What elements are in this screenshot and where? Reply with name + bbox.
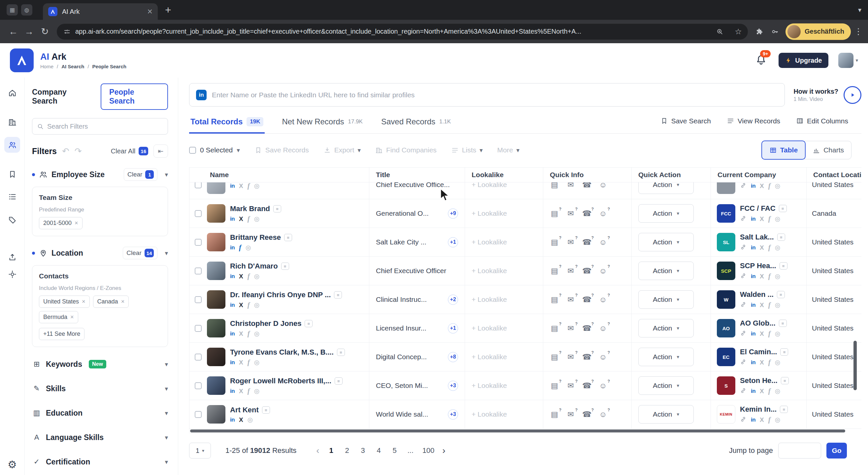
link-icon[interactable]: [740, 301, 747, 309]
person-name[interactable]: Tyrone Evans Clark, M.S., B....: [230, 348, 334, 356]
person-name[interactable]: Mark Brand: [230, 204, 270, 213]
x-icon[interactable]: X: [239, 388, 243, 394]
in-icon[interactable]: in: [751, 274, 755, 279]
link-icon[interactable]: [740, 215, 747, 223]
filter-chip[interactable]: 2001-5000×: [39, 217, 83, 229]
ig-icon[interactable]: ◎: [775, 273, 780, 279]
x-icon[interactable]: X: [760, 359, 764, 366]
f-icon[interactable]: f: [248, 302, 250, 309]
lookalike-button[interactable]: + Lookalike: [472, 238, 507, 246]
ig-icon[interactable]: ◎: [254, 330, 260, 337]
jump-to-page-input[interactable]: [778, 443, 821, 458]
clear-employee-size-button[interactable]: Clear 1: [124, 168, 157, 181]
action-button[interactable]: Action▾: [638, 348, 694, 366]
ig-icon[interactable]: ◎: [254, 388, 260, 394]
f-icon[interactable]: f: [768, 215, 771, 222]
save-search-button[interactable]: Save Search: [660, 117, 711, 131]
filter-section-language-skills[interactable]: ALanguage Skills▾: [32, 430, 168, 445]
export-button[interactable]: Export▾: [323, 146, 361, 154]
link-icon[interactable]: [740, 244, 747, 251]
link-icon[interactable]: [740, 273, 747, 280]
phone-question-icon[interactable]: ☎?: [582, 351, 592, 363]
page-button[interactable]: 2: [341, 443, 354, 458]
contact-card-question-icon[interactable]: ▤?: [549, 322, 560, 334]
phone-question-icon[interactable]: ☎?: [582, 236, 592, 248]
ig-icon[interactable]: ◎: [246, 245, 251, 251]
phone-question-icon[interactable]: ☎?: [582, 208, 592, 219]
filter-chip[interactable]: Canada×: [93, 295, 129, 308]
pinned-tab[interactable]: ◍: [21, 4, 32, 15]
f-icon[interactable]: f: [248, 359, 250, 366]
address-bar[interactable]: app.ai-ark.com/search/people?current_job…: [57, 24, 748, 40]
in-icon[interactable]: in: [751, 183, 755, 189]
vertical-scrollbar-thumb[interactable]: [854, 341, 857, 390]
notes-icon[interactable]: ≡: [777, 291, 785, 298]
chevron-down-icon[interactable]: ▾: [165, 171, 168, 179]
ig-icon[interactable]: ◎: [254, 359, 260, 366]
f-icon[interactable]: f: [768, 182, 771, 189]
link-icon[interactable]: [740, 387, 747, 395]
email-question-icon[interactable]: ✉?: [565, 182, 576, 191]
edit-columns-button[interactable]: Edit Columns: [796, 117, 848, 131]
url-text[interactable]: app.ai-ark.com/search/people?current_job…: [75, 28, 708, 35]
linkedin-search-input[interactable]: [212, 91, 778, 99]
f-icon[interactable]: f: [768, 416, 771, 423]
social-profile-question-icon[interactable]: ☺?: [598, 293, 608, 306]
filter-chip[interactable]: United States×: [39, 295, 90, 308]
notes-icon[interactable]: ≡: [335, 377, 343, 385]
prev-page-icon[interactable]: ‹: [313, 446, 322, 455]
phone-question-icon[interactable]: ☎?: [582, 408, 592, 420]
page-button[interactable]: 100: [420, 443, 437, 458]
f-icon[interactable]: f: [248, 388, 250, 394]
new-tab-button[interactable]: +: [165, 5, 171, 15]
contact-card-question-icon[interactable]: ▤?: [549, 380, 560, 391]
records-icon[interactable]: [4, 189, 20, 204]
horizontal-scrollbar[interactable]: [189, 429, 861, 434]
notes-icon[interactable]: ≡: [284, 234, 292, 241]
social-profile-question-icon[interactable]: ☺?: [598, 380, 608, 391]
f-icon[interactable]: f: [248, 273, 250, 280]
ig-icon[interactable]: ◎: [775, 183, 780, 189]
notes-icon[interactable]: ≡: [262, 406, 270, 414]
page-button[interactable]: 5: [388, 443, 401, 458]
in-icon[interactable]: in: [230, 274, 235, 279]
row-checkbox[interactable]: [195, 325, 202, 332]
find-companies-button[interactable]: Find Companies: [375, 146, 437, 154]
bookmark-star-icon[interactable]: ☆: [732, 25, 745, 39]
ig-icon[interactable]: ◎: [775, 302, 780, 308]
redo-icon[interactable]: ↷: [74, 147, 82, 155]
lookalike-button[interactable]: + Lookalike: [472, 324, 507, 332]
social-profile-question-icon[interactable]: ☺?: [598, 265, 608, 277]
page-button[interactable]: 3: [356, 443, 370, 458]
filter-chip[interactable]: Bermuda×: [39, 311, 78, 323]
remove-chip-icon[interactable]: ×: [121, 298, 125, 305]
remove-chip-icon[interactable]: ×: [70, 314, 74, 321]
save-records-button[interactable]: Save Records: [254, 146, 309, 154]
contact-card-question-icon[interactable]: ▤?: [549, 208, 560, 219]
contact-card-question-icon[interactable]: ▤?: [549, 351, 560, 363]
action-button[interactable]: Action▾: [638, 319, 694, 338]
browser-tab[interactable]: AI Ark ×: [43, 3, 158, 20]
social-profile-question-icon[interactable]: ☺?: [598, 351, 608, 363]
extensions-puzzle-icon[interactable]: [752, 24, 767, 39]
in-icon[interactable]: in: [751, 216, 755, 222]
notes-icon[interactable]: ≡: [305, 320, 313, 327]
title-count-badge[interactable]: +1: [448, 323, 458, 334]
browser-menu-icon[interactable]: ⋮: [854, 26, 863, 37]
in-icon[interactable]: in: [230, 359, 235, 365]
company-search-tab[interactable]: Company Search: [32, 88, 91, 105]
app-logo[interactable]: [10, 49, 34, 72]
lookalike-button[interactable]: + Lookalike: [472, 295, 507, 304]
company-name[interactable]: AO Glob...: [740, 319, 776, 327]
x-icon[interactable]: X: [760, 330, 764, 337]
lookalike-button[interactable]: + Lookalike: [472, 182, 507, 189]
selected-dropdown[interactable]: 0 Selected ▾: [189, 146, 240, 154]
link-icon[interactable]: [740, 416, 747, 423]
f-icon[interactable]: f: [768, 244, 771, 251]
in-icon[interactable]: in: [751, 388, 755, 394]
browser-profile-chip[interactable]: Geschäftlich: [785, 24, 851, 40]
notes-icon[interactable]: ≡: [780, 348, 788, 356]
phone-question-icon[interactable]: ☎?: [582, 182, 592, 191]
page-button[interactable]: 4: [372, 443, 385, 458]
clear-location-button[interactable]: Clear 14: [123, 247, 157, 259]
